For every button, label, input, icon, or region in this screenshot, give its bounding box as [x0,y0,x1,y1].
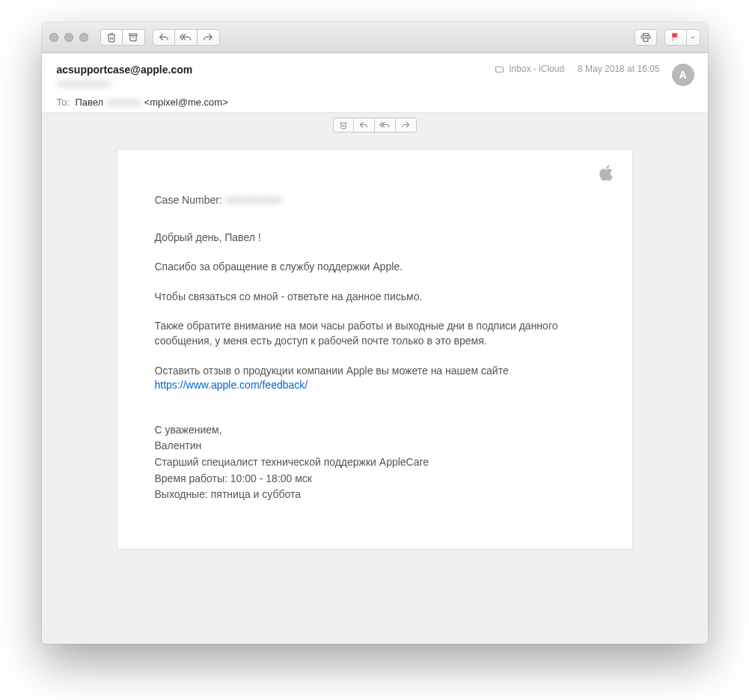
case-number-line: Case Number: ■■■■■■■■■ [155,193,595,208]
inline-reply-all-button[interactable] [375,118,396,133]
signature-block: С уважением, Валентин Старший специалист… [155,423,595,502]
reply-icon [359,121,368,130]
archive-button[interactable] [123,29,145,46]
message-content-card: Case Number: ■■■■■■■■■ Добрый день, Паве… [117,149,633,550]
sig-hours: Время работы: 10:00 - 18:00 мск [155,472,595,487]
inline-forward-button[interactable] [396,118,417,133]
sig-name: Валентин [155,439,595,454]
sig-regards: С уважением, [155,423,595,438]
mail-message-window: acsupportcase@apple.com ■■■■■■■■■■ To: П… [42,22,708,644]
folder-label: Inbox - iCloud [509,64,564,74]
message-body-area[interactable]: Case Number: ■■■■■■■■■ Добрый день, Паве… [42,133,708,644]
reply-all-icon [379,121,390,130]
feedback-text: Оставить отзыв о продукции компании Appl… [155,365,509,377]
message-date: 8 May 2018 at 16:05 [578,64,659,74]
sig-title: Старший специалист технической поддержки… [155,455,595,470]
header-meta: Inbox - iCloud 8 May 2018 at 16:05 [495,64,659,74]
inline-reply-button[interactable] [354,118,375,133]
message-header: acsupportcase@apple.com ■■■■■■■■■■ To: П… [42,53,708,113]
folder-indicator[interactable]: Inbox - iCloud [495,64,564,74]
avatar-letter: A [679,69,686,81]
forward-icon [203,32,213,43]
reply-all-button[interactable] [175,29,198,46]
minimize-window-button[interactable] [64,33,73,42]
apple-logo-icon [598,163,614,183]
inline-actions [42,113,708,133]
to-name[interactable]: Павел [75,97,103,108]
greeting-line: Добрый день, Павел ! [155,231,595,246]
para-thanks: Спасибо за обращение в службу поддержки … [155,260,595,275]
inline-delete-button[interactable] [333,118,354,133]
reply-all-icon [180,32,192,43]
print-button[interactable] [635,29,657,46]
forward-icon [401,121,410,130]
printer-icon [640,32,652,43]
case-number-value: ■■■■■■■■■ [225,194,282,206]
to-line: To: Павел ■■■■■■ <mpixel@me.com> [57,97,693,108]
para-hours: Также обратите внимание на мои часы рабо… [155,319,595,348]
flag-icon [670,32,681,43]
reply-button[interactable] [153,29,175,46]
to-redacted: ■■■■■■ [106,97,141,108]
trash-icon [339,121,348,130]
delete-button[interactable] [100,29,123,46]
forward-button[interactable] [198,29,220,46]
para-feedback: Оставить отзыв о продукции компании Appl… [155,364,595,393]
case-number-label: Case Number: [155,194,222,206]
para-contact: Чтобы связаться со мной - ответьте на да… [155,290,595,305]
subject-line: ■■■■■■■■■■ [57,79,693,89]
archive-icon [128,32,138,43]
zoom-window-button[interactable] [79,33,88,42]
close-window-button[interactable] [49,33,58,42]
chevron-down-icon [690,34,696,40]
svg-rect-2 [643,38,648,42]
feedback-link[interactable]: https://www.apple.com/feedback/ [155,379,308,391]
to-label: To: [57,97,70,108]
trash-icon [106,32,117,43]
avatar[interactable]: A [672,64,694,86]
to-address[interactable]: <mpixel@me.com> [144,97,228,108]
reply-icon [159,32,169,43]
svg-rect-0 [129,34,138,35]
flag-menu-button[interactable] [687,29,700,46]
window-traffic-lights [49,33,88,42]
flag-button[interactable] [664,29,687,46]
sig-daysoff: Выходные: пятница и суббота [155,487,595,502]
folder-icon [495,64,504,74]
window-toolbar [42,22,708,53]
